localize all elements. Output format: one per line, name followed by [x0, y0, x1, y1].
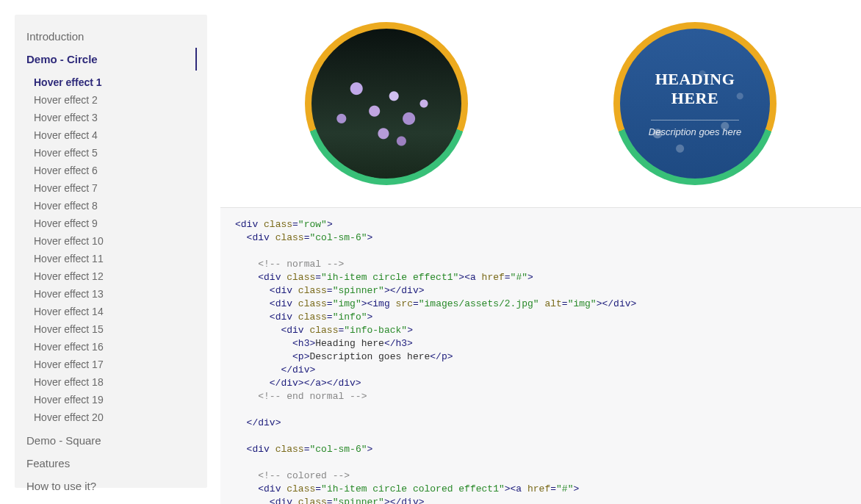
nav-hover-effect-2[interactable]: Hover effect 2: [34, 91, 195, 109]
nav-hover-effect-13[interactable]: Hover effect 13: [34, 285, 195, 303]
nav-hover-effect-1[interactable]: Hover effect 1: [34, 73, 195, 91]
nav-hover-effect-4[interactable]: Hover effect 4: [34, 126, 195, 144]
nav-features[interactable]: Features: [26, 452, 195, 475]
demo-circle-colored[interactable]: HEADINGHERE Description goes here: [613, 22, 777, 185]
nav-hover-effect-20[interactable]: Hover effect 20: [34, 408, 195, 426]
nav-hover-effect-16[interactable]: Hover effect 16: [34, 338, 195, 356]
demo-circle-normal[interactable]: [305, 22, 468, 185]
nav-hover-effect-12[interactable]: Hover effect 12: [34, 267, 195, 285]
sidebar: Introduction Demo - Circle Hover effect …: [15, 15, 207, 488]
demo-info-back: HEADINGHERE Description goes here: [620, 29, 770, 179]
demo-description: Description goes here: [649, 126, 741, 137]
nav-hover-effect-15[interactable]: Hover effect 15: [34, 320, 195, 338]
nav-how-to-use[interactable]: How to use it?: [26, 475, 195, 497]
nav-hover-effect-14[interactable]: Hover effect 14: [34, 303, 195, 320]
nav-hover-effect-9[interactable]: Hover effect 9: [34, 215, 195, 232]
demo-heading: HEADINGHERE: [655, 70, 735, 108]
nav-demo-square[interactable]: Demo - Square: [26, 429, 195, 452]
nav-hover-effect-10[interactable]: Hover effect 10: [34, 232, 195, 250]
nav-hover-effect-5[interactable]: Hover effect 5: [34, 144, 195, 162]
nav-hover-effect-18[interactable]: Hover effect 18: [34, 373, 195, 391]
nav-hover-effect-7[interactable]: Hover effect 7: [34, 179, 195, 197]
nav-demo-circle[interactable]: Demo - Circle: [26, 48, 197, 71]
nav-hover-effect-8[interactable]: Hover effect 8: [34, 197, 195, 215]
nav-introduction[interactable]: Introduction: [26, 25, 195, 48]
main-content: HEADINGHERE Description goes here <div c…: [220, 0, 861, 504]
nav-hover-effect-11[interactable]: Hover effect 11: [34, 250, 195, 267]
nav-hover-effect-3[interactable]: Hover effect 3: [34, 109, 195, 126]
nav-hover-effect-6[interactable]: Hover effect 6: [34, 162, 195, 179]
nav-hover-effect-17[interactable]: Hover effect 17: [34, 356, 195, 373]
code-block: <div class="row"> <div class="col-sm-6">…: [220, 208, 861, 504]
demo-image: [311, 29, 461, 179]
nav-hover-effect-19[interactable]: Hover effect 19: [34, 391, 195, 408]
demo-row: HEADINGHERE Description goes here: [220, 0, 861, 208]
sub-nav: Hover effect 1 Hover effect 2 Hover effe…: [26, 71, 195, 429]
divider: [651, 120, 739, 120]
